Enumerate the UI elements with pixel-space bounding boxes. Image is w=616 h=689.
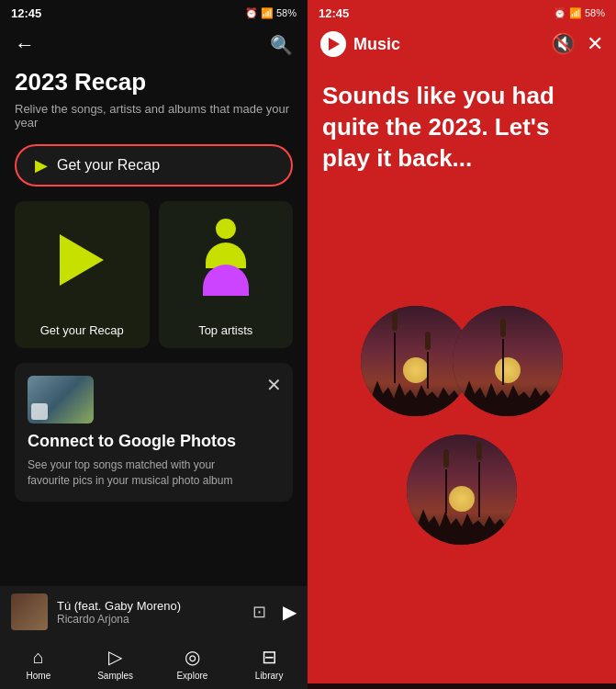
- nav-library-label: Library: [255, 671, 284, 681]
- recap-play-icon: [60, 234, 104, 286]
- moon-tr: [495, 357, 521, 383]
- status-icons-left: ⏰ 📶 58%: [245, 7, 297, 19]
- status-battery-right: ⏰ 📶 58%: [554, 7, 605, 19]
- clover-top-right: [453, 306, 563, 416]
- nav-library[interactable]: ⊟ Library: [230, 646, 308, 681]
- music-top-bar: Music 🔇 ✕: [308, 26, 616, 62]
- card-topartists-label: Top artists: [198, 318, 252, 337]
- right-bottom-line: [308, 683, 616, 689]
- get-recap-button-label: Get your Recap: [57, 157, 160, 174]
- card-topartists-icon-area: [159, 201, 294, 318]
- album-art-clover: [342, 306, 581, 563]
- now-playing-info: Tú (feat. Gaby Moreno) Ricardo Arjona: [57, 599, 243, 626]
- now-playing-bar: Tú (feat. Gaby Moreno) Ricardo Arjona ⊡ …: [0, 586, 308, 638]
- nav-explore[interactable]: ◎ Explore: [154, 646, 231, 681]
- reed-stalk-4: [445, 469, 447, 514]
- card-top-artists[interactable]: Top artists: [159, 201, 294, 348]
- home-icon: ⌂: [33, 647, 44, 668]
- reed-top-5: [476, 442, 482, 460]
- cards-row: Get your Recap Top artists: [0, 201, 308, 348]
- sunset-bg-b: [407, 435, 517, 545]
- bottom-navigation: ⌂ Home ▷ Samples ◎ Explore ⊟ Library: [0, 638, 308, 689]
- moon-b: [449, 486, 475, 512]
- artist-body-bottom: [203, 265, 249, 296]
- artist-head: [216, 219, 236, 239]
- nav-home-label: Home: [27, 671, 51, 681]
- nav-samples-label: Samples: [97, 671, 133, 681]
- get-recap-button[interactable]: ▶ Get your Recap: [15, 144, 293, 186]
- photos-card-desc: See your top songs matched with your fav…: [28, 457, 248, 489]
- photos-close-button[interactable]: ✕: [266, 374, 282, 396]
- now-playing-title: Tú (feat. Gaby Moreno): [57, 599, 243, 613]
- recap-tagline: Sounds like you had quite the 2023. Let'…: [308, 62, 616, 192]
- status-battery-left: ⏰ 📶 58%: [245, 7, 297, 19]
- status-time-right: 12:45: [319, 6, 349, 20]
- reed-top-1: [392, 312, 398, 331]
- play-icon: ▶: [35, 155, 48, 175]
- music-logo: Music: [320, 31, 400, 57]
- status-icons-right: ⏰ 📶 58%: [554, 7, 605, 19]
- status-time-left: 12:45: [11, 6, 41, 20]
- now-playing-play-button[interactable]: ▶: [283, 601, 297, 623]
- reed-stalk-5: [478, 462, 480, 517]
- nav-samples[interactable]: ▷ Samples: [77, 646, 154, 681]
- card-recap-icon-area: [15, 201, 150, 318]
- page-title: 2023 Recap: [0, 64, 308, 100]
- right-panel: 12:45 ⏰ 📶 58% Music 🔇 ✕ Sounds like you …: [308, 0, 616, 689]
- music-brand-label: Music: [353, 35, 400, 54]
- page-subtitle: Relive the songs, artists and albums tha…: [0, 100, 308, 141]
- photos-thumbnail: [28, 376, 94, 424]
- moon-tl: [403, 357, 429, 383]
- now-playing-artist: Ricardo Arjona: [57, 613, 243, 626]
- now-playing-thumbnail: [11, 593, 48, 630]
- reed-stalk-3: [502, 339, 504, 385]
- left-panel: 12:45 ⏰ 📶 58% ← 🔍 2023 Recap Relive the …: [0, 0, 308, 689]
- cast-icon[interactable]: ⊡: [252, 602, 266, 622]
- sunset-bg-tr: [453, 306, 563, 416]
- photos-connect-card: ✕ Connect to Google Photos See your top …: [15, 363, 293, 502]
- music-logo-play-icon: [329, 38, 340, 51]
- back-button[interactable]: ←: [15, 33, 35, 57]
- card-get-recap[interactable]: Get your Recap: [15, 201, 150, 348]
- library-icon: ⊟: [262, 646, 277, 668]
- album-art-area: [322, 192, 601, 676]
- search-button[interactable]: 🔍: [270, 34, 293, 56]
- reed-stalk-1: [394, 333, 396, 383]
- nav-home[interactable]: ⌂ Home: [0, 647, 77, 681]
- nav-explore-label: Explore: [176, 671, 207, 681]
- card-recap-label: Get your Recap: [40, 318, 124, 337]
- music-logo-circle: [320, 31, 346, 57]
- reed-top-2: [425, 332, 431, 350]
- explore-icon: ◎: [185, 646, 200, 668]
- samples-icon: ▷: [108, 646, 122, 668]
- music-top-icons: 🔇 ✕: [551, 32, 603, 56]
- top-bar: ← 🔍: [0, 26, 308, 64]
- reed-top-4: [443, 449, 449, 468]
- reed-top-3: [500, 319, 506, 337]
- artist-silhouette-icon: [194, 219, 258, 301]
- close-button[interactable]: ✕: [587, 32, 603, 56]
- photos-card-title: Connect to Google Photos: [28, 431, 248, 452]
- clover-bottom: [407, 435, 517, 545]
- status-bar-right: 12:45 ⏰ 📶 58%: [308, 0, 616, 26]
- reed-stalk-2: [427, 352, 429, 389]
- mute-icon[interactable]: 🔇: [551, 32, 576, 56]
- status-bar-left: 12:45 ⏰ 📶 58%: [0, 0, 308, 26]
